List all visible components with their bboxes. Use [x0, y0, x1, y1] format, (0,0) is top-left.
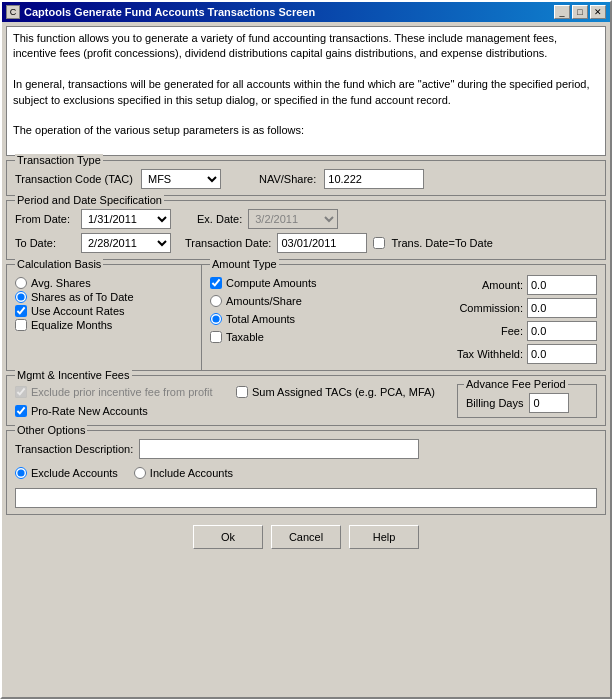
exclude-prior-checkbox[interactable] — [15, 386, 27, 398]
include-radio-row: Include Accounts — [134, 467, 233, 479]
period-section: Period and Date Specification From Date:… — [6, 200, 606, 260]
main-window: C Captools Generate Fund Accounts Transa… — [0, 0, 612, 699]
use-account-rates-row: Use Account Rates — [15, 305, 193, 317]
pro-rate-row: Pro-Rate New Accounts — [15, 405, 228, 417]
maximize-button[interactable]: □ — [572, 5, 588, 19]
tax-withheld-input[interactable] — [527, 344, 597, 364]
cancel-button[interactable]: Cancel — [271, 525, 341, 549]
amount-label: Amount: — [482, 279, 523, 291]
avg-shares-radio[interactable] — [15, 277, 27, 289]
shares-as-of-row: Shares as of To Date — [15, 291, 193, 303]
other-options-section: Other Options Transaction Description: E… — [6, 430, 606, 515]
trans-date-label: Transaction Date: — [185, 237, 271, 249]
taxable-row: Taxable — [210, 331, 340, 343]
transaction-type-title: Transaction Type — [15, 154, 103, 166]
description-box[interactable]: This function allows you to generate a v… — [6, 26, 606, 156]
nav-share-input[interactable] — [324, 169, 424, 189]
title-buttons: _ □ ✕ — [554, 5, 606, 19]
nav-share-label: NAV/Share: — [259, 173, 316, 185]
close-button[interactable]: ✕ — [590, 5, 606, 19]
fee-input[interactable] — [527, 321, 597, 341]
commission-label: Commission: — [459, 302, 523, 314]
to-date-select[interactable]: 2/28/2011 — [81, 233, 171, 253]
help-button[interactable]: Help — [349, 525, 419, 549]
equalize-months-row: Equalize Months — [15, 319, 193, 331]
total-amounts-label: Total Amounts — [226, 313, 295, 325]
taxable-checkbox[interactable] — [210, 331, 222, 343]
amount-input[interactable] — [527, 275, 597, 295]
tac-select[interactable]: MFS MFE PCN — [141, 169, 221, 189]
trans-desc-label: Transaction Description: — [15, 443, 133, 455]
shares-as-of-radio[interactable] — [15, 291, 27, 303]
accounts-input[interactable] — [15, 488, 597, 508]
equalize-months-checkbox[interactable] — [15, 319, 27, 331]
minimize-button[interactable]: _ — [554, 5, 570, 19]
mgmt-fees-section: Mgmt & Incentive Fees Exclude prior ince… — [6, 375, 606, 426]
exclude-include-row: Exclude Accounts Include Accounts — [15, 465, 597, 481]
advance-fee-title: Advance Fee Period — [464, 378, 568, 390]
description-text: This function allows you to generate a v… — [13, 32, 589, 156]
from-date-select[interactable]: 1/31/2011 — [81, 209, 171, 229]
title-bar: C Captools Generate Fund Accounts Transa… — [2, 2, 610, 22]
transaction-type-row: Transaction Code (TAC) MFS MFE PCN NAV/S… — [15, 169, 597, 189]
amounts-per-share-radio[interactable] — [210, 295, 222, 307]
billing-days-label: Billing Days — [466, 397, 523, 409]
exclude-radio-row: Exclude Accounts — [15, 467, 118, 479]
from-date-label: From Date: — [15, 213, 75, 225]
pro-rate-label: Pro-Rate New Accounts — [31, 405, 148, 417]
trans-desc-input[interactable] — [139, 439, 419, 459]
mgmt-left: Exclude prior incentive fee from profit … — [15, 384, 228, 419]
use-account-rates-checkbox[interactable] — [15, 305, 27, 317]
trans-desc-row: Transaction Description: — [15, 439, 597, 459]
sum-assigned-label: Sum Assigned TACs (e.g. PCA, MFA) — [252, 386, 435, 398]
include-label: Include Accounts — [150, 467, 233, 479]
fee-label: Fee: — [501, 325, 523, 337]
mgmt-fees-title: Mgmt & Incentive Fees — [15, 369, 132, 381]
amount-type-title: Amount Type — [210, 258, 279, 270]
transaction-type-section: Transaction Type Transaction Code (TAC) … — [6, 160, 606, 196]
taxable-label: Taxable — [226, 331, 264, 343]
calc-amount-section: Calculation Basis Avg. Shares Shares as … — [6, 264, 606, 371]
ex-date-select[interactable]: 3/2/2011 — [248, 209, 338, 229]
window-title: Captools Generate Fund Accounts Transact… — [24, 6, 315, 18]
avg-shares-label: Avg. Shares — [31, 277, 91, 289]
mgmt-row: Exclude prior incentive fee from profit … — [15, 384, 597, 419]
exclude-label: Exclude Accounts — [31, 467, 118, 479]
title-bar-left: C Captools Generate Fund Accounts Transa… — [6, 5, 315, 19]
exclude-radio[interactable] — [15, 467, 27, 479]
other-options-title: Other Options — [15, 424, 87, 436]
to-date-label: To Date: — [15, 237, 75, 249]
tax-withheld-label: Tax Withheld: — [457, 348, 523, 360]
other-options-content: Transaction Description: Exclude Account… — [15, 439, 597, 508]
calc-amount-inner: Calculation Basis Avg. Shares Shares as … — [7, 265, 605, 370]
include-radio[interactable] — [134, 467, 146, 479]
pro-rate-checkbox[interactable] — [15, 405, 27, 417]
use-account-rates-label: Use Account Rates — [31, 305, 125, 317]
exclude-prior-label: Exclude prior incentive fee from profit — [31, 386, 213, 398]
sum-assigned-row: Sum Assigned TACs (e.g. PCA, MFA) — [236, 386, 449, 398]
shares-as-of-label: Shares as of To Date — [31, 291, 134, 303]
total-amounts-radio[interactable] — [210, 313, 222, 325]
ex-date-label: Ex. Date: — [197, 213, 242, 225]
bottom-buttons: Ok Cancel Help — [6, 519, 606, 553]
amounts-per-share-label: Amounts/Share — [226, 295, 302, 307]
compute-amounts-checkbox[interactable] — [210, 277, 222, 289]
trans-date-checkbox-label: Trans. Date=To Date — [391, 237, 492, 249]
billing-days-input[interactable] — [529, 393, 569, 413]
trans-date-checkbox[interactable] — [373, 237, 385, 249]
compute-amounts-label: Compute Amounts — [226, 277, 317, 289]
ok-button[interactable]: Ok — [193, 525, 263, 549]
commission-input[interactable] — [527, 298, 597, 318]
advance-fee-box: Advance Fee Period Billing Days — [457, 384, 597, 418]
content-area: This function allows you to generate a v… — [2, 22, 610, 697]
period-title: Period and Date Specification — [15, 194, 164, 206]
calc-basis-title: Calculation Basis — [15, 258, 103, 270]
tac-label: Transaction Code (TAC) — [15, 173, 133, 185]
exclude-prior-row: Exclude prior incentive fee from profit — [15, 386, 228, 398]
sum-assigned-checkbox[interactable] — [236, 386, 248, 398]
compute-amounts-row: Compute Amounts — [210, 277, 340, 289]
total-amounts-row: Total Amounts — [210, 313, 340, 325]
trans-date-input[interactable] — [277, 233, 367, 253]
app-icon: C — [6, 5, 20, 19]
equalize-months-label: Equalize Months — [31, 319, 112, 331]
